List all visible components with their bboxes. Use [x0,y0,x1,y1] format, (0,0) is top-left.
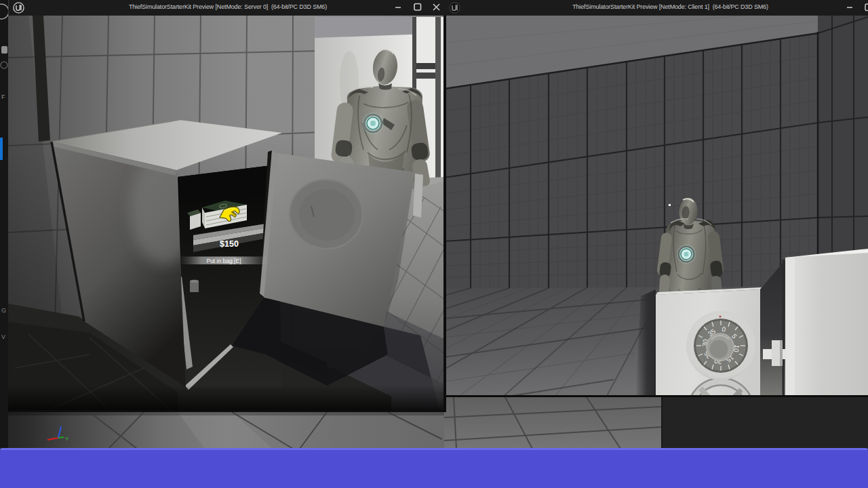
svg-text:Put in bag [E]: Put in bag [E] [206,258,241,264]
svg-text:G: G [1,307,6,314]
svg-text:V: V [1,333,5,340]
svg-text:F: F [1,94,5,100]
svg-text:Y: Y [65,436,69,442]
svg-text:$150: $150 [220,239,239,249]
